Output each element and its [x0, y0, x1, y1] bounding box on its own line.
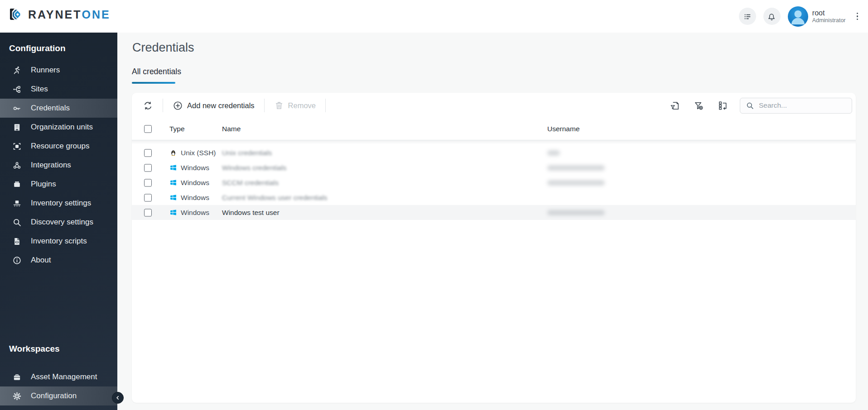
task-list-icon — [743, 12, 752, 21]
username-redacted — [547, 180, 605, 186]
column-chooser-button[interactable] — [716, 99, 730, 113]
refresh-button[interactable] — [139, 98, 157, 114]
sites-icon — [12, 84, 22, 94]
windows-icon — [169, 179, 177, 186]
row-checkbox[interactable] — [144, 209, 152, 216]
gear-icon — [12, 391, 22, 401]
sidebar-workspaces: Workspaces Asset Management Configuratio… — [0, 333, 117, 410]
sidebar-item[interactable]: Discovery settings — [0, 213, 117, 232]
user-menu[interactable]: root Administrator — [788, 6, 846, 27]
runners-icon — [12, 65, 22, 75]
sidebar-item[interactable]: About — [0, 251, 117, 270]
tab-active-underline — [132, 82, 175, 84]
row-checkbox[interactable] — [144, 179, 152, 186]
bell-icon — [767, 12, 776, 21]
table-row[interactable]: Windows Current Windows user credentials — [132, 190, 856, 205]
credential-type-label: Windows — [181, 194, 209, 202]
table-header: Type Name Username — [132, 118, 856, 140]
sidebar-item[interactable]: Sites — [0, 80, 117, 99]
brand-logo: RAYNETONE — [8, 7, 111, 22]
avatar — [788, 6, 808, 27]
credential-type-label: Unix (SSH) — [181, 149, 216, 157]
windows-icon — [169, 194, 177, 201]
sidebar-item-label: Sites — [31, 85, 48, 94]
sidebar: Configuration Runners Sites Credentials … — [0, 33, 117, 410]
table-row[interactable]: Unix (SSH) Unix credentials — [132, 145, 856, 160]
column-header-type[interactable]: Type — [169, 125, 185, 133]
toolbar: Add new credentials Remove — [132, 93, 856, 118]
clear-filter-button[interactable] — [692, 99, 706, 113]
windows-icon — [169, 164, 177, 172]
sidebar-section-title: Workspaces — [0, 333, 117, 367]
sidebar-item[interactable]: Resource groups — [0, 137, 117, 156]
sidebar-item[interactable]: Inventory scripts — [0, 232, 117, 251]
linux-icon — [169, 149, 177, 157]
sidebar-item-label: Resource groups — [31, 142, 89, 151]
table-row[interactable]: Windows Windows credentials — [132, 160, 856, 175]
sidebar-item[interactable]: Inventory settings — [0, 194, 117, 213]
integrations-icon — [12, 160, 22, 170]
row-checkbox[interactable] — [144, 194, 152, 201]
kebab-menu-icon[interactable] — [853, 10, 862, 23]
sidebar-item[interactable]: Credentials — [0, 99, 117, 118]
credential-name: Unix credentials — [222, 149, 272, 157]
sidebar-item[interactable]: Organization units — [0, 118, 117, 137]
chevron-left-icon — [115, 395, 121, 400]
workspace-item[interactable]: Asset Management — [0, 367, 117, 386]
credential-name: Windows credentials — [222, 164, 286, 172]
export-filter-button[interactable] — [668, 99, 682, 113]
info-icon — [12, 255, 22, 265]
sidebar-workspaces-list: Asset Management Configuration — [0, 367, 117, 405]
credentials-panel: Add new credentials Remove — [132, 93, 856, 403]
row-checkbox[interactable] — [144, 164, 152, 172]
page-title: Credentials — [132, 41, 194, 55]
sidebar-item-label: Plugins — [31, 180, 56, 189]
brand-name: RAYNETONE — [28, 8, 111, 21]
column-header-name[interactable]: Name — [222, 125, 241, 133]
organization-icon — [12, 122, 22, 132]
remove-button[interactable]: Remove — [270, 98, 319, 113]
table-row[interactable]: Windows SCCM credentials — [132, 175, 856, 190]
search-icon — [746, 101, 754, 110]
add-new-credentials-label: Add new credentials — [187, 101, 255, 110]
raynet-logo-icon — [8, 7, 24, 22]
username-redacted — [547, 165, 605, 171]
column-header-username[interactable]: Username — [547, 125, 580, 133]
credential-name: SCCM credentials — [222, 179, 279, 187]
select-all-checkbox[interactable] — [144, 125, 152, 133]
workspace-item[interactable]: Configuration — [0, 386, 117, 405]
top-bar: RAYNETONE — [0, 0, 868, 33]
credential-name: Windows test user — [222, 209, 280, 217]
sidebar-item-label: Inventory scripts — [31, 237, 87, 246]
workspace-item-label: Configuration — [31, 391, 77, 400]
key-icon — [12, 103, 22, 113]
script-file-icon — [12, 236, 22, 246]
row-checkbox[interactable] — [144, 149, 152, 157]
task-list-button[interactable] — [739, 8, 756, 25]
add-new-credentials-button[interactable]: Add new credentials — [169, 98, 258, 114]
sidebar-item-label: Runners — [31, 66, 60, 75]
sidebar-item[interactable]: Runners — [0, 61, 117, 80]
column-chooser-icon — [718, 100, 728, 111]
sidebar-item[interactable]: Plugins — [0, 175, 117, 194]
user-name: root — [812, 9, 846, 17]
tab-all-credentials[interactable]: All credentials — [132, 67, 181, 84]
briefcase-icon — [12, 372, 22, 382]
table-row[interactable]: Windows Windows test user — [132, 205, 856, 220]
credential-type-label: Windows — [181, 164, 209, 172]
trash-icon — [274, 100, 284, 110]
sidebar-item[interactable]: Integrations — [0, 156, 117, 175]
remove-label: Remove — [288, 101, 316, 110]
sidebar-collapse-button[interactable] — [112, 392, 124, 404]
sidebar-item-label: Credentials — [31, 104, 70, 113]
resource-groups-icon — [12, 141, 22, 151]
sidebar-item-label: Integrations — [31, 161, 71, 170]
toolbar-divider — [163, 99, 163, 112]
conveyor-icon — [12, 198, 22, 208]
sidebar-item-label: Inventory settings — [31, 199, 91, 208]
credentials-table-body: Unix (SSH) Unix credentials Windows Wind… — [132, 145, 856, 220]
windows-icon — [169, 209, 177, 216]
toolbar-divider — [325, 99, 326, 112]
notifications-button[interactable] — [763, 8, 781, 25]
search-input[interactable] — [758, 101, 846, 110]
